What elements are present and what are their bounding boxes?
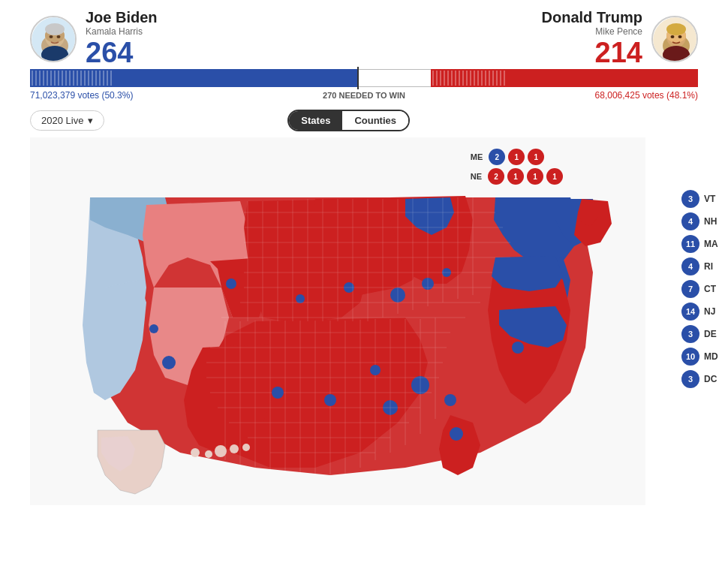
ne-red2-badge: 1 — [507, 168, 524, 185]
badge-abbr-ri: RI — [704, 261, 720, 272]
bar-red-segment — [431, 69, 698, 87]
trump-popular-votes: 68,006,425 votes (48.1%) — [595, 90, 698, 101]
ne-row: NE 2 1 1 1 — [471, 168, 563, 185]
svg-point-6 — [57, 35, 61, 38]
state-badge-vt: 3VT — [645, 190, 720, 208]
badge-num-nh: 4 — [681, 212, 699, 230]
me-red2-badge: 1 — [528, 149, 544, 165]
biden-popular-votes: 71,023,379 votes (50.3%) — [30, 90, 133, 101]
state-badge-nh: 4NH — [645, 212, 720, 230]
svg-point-83 — [205, 450, 212, 458]
state-badge-ct: 7CT — [645, 280, 720, 298]
trump-vp: Mike Pence — [542, 26, 642, 37]
badge-num-vt: 3 — [681, 190, 699, 208]
trump-avatar — [651, 16, 698, 62]
badge-num-md: 10 — [681, 348, 699, 366]
badge-abbr-dc: DC — [704, 374, 720, 384]
svg-point-84 — [215, 445, 227, 457]
svg-point-24 — [296, 294, 305, 303]
state-badge-md: 10MD — [645, 348, 720, 366]
electoral-bar-container: 71,023,379 votes (50.3%) 270 NEEDED TO W… — [0, 69, 728, 107]
dropdown-chevron-icon: ▾ — [88, 115, 93, 126]
badge-num-nj: 14 — [681, 303, 699, 321]
svg-point-12 — [666, 23, 686, 35]
badge-abbr-de: DE — [704, 329, 720, 339]
svg-point-78 — [370, 365, 381, 375]
toggle-states-btn[interactable]: States — [289, 111, 342, 130]
map-toggle-group: States Counties — [287, 110, 410, 131]
badge-abbr-nj: NJ — [704, 306, 720, 317]
state-badge-de: 3DE — [645, 325, 720, 343]
svg-point-13 — [671, 35, 675, 38]
badge-num-de: 3 — [681, 325, 699, 343]
svg-point-5 — [50, 35, 53, 38]
svg-point-25 — [226, 278, 236, 289]
svg-point-27 — [149, 324, 158, 333]
svg-point-18 — [444, 394, 456, 406]
svg-point-86 — [242, 444, 250, 451]
controls-row: 2020 Live ▾ States Counties — [0, 107, 728, 137]
me-label: ME — [471, 152, 483, 161]
badge-abbr-ct: CT — [704, 284, 720, 294]
ne-red1-badge: 2 — [488, 168, 504, 185]
270-marker — [357, 67, 359, 89]
svg-point-77 — [324, 394, 336, 406]
svg-point-76 — [272, 387, 284, 399]
state-badges-container: 3VT4NH11MA4RI7CT14NJ3DE10MD3DC — [645, 190, 720, 393]
state-badge-dc: 3DC — [645, 370, 720, 388]
ne-red4-badge: 1 — [546, 168, 563, 185]
state-badge-ma: 11MA — [645, 235, 720, 253]
electoral-bar — [30, 69, 698, 87]
badge-abbr-md: MD — [704, 351, 720, 362]
biden-candidate: Joe Biden Kamala Harris 264 — [30, 9, 158, 69]
svg-point-82 — [191, 448, 200, 457]
state-badge-ri: 4RI — [645, 257, 720, 275]
right-panel: 3VT4NH11MA4RI7CT14NJ3DE10MD3DC — [645, 137, 720, 505]
badge-abbr-ma: MA — [704, 239, 720, 249]
me-blue-badge: 2 — [489, 149, 505, 165]
svg-point-85 — [230, 444, 239, 453]
svg-point-26 — [162, 356, 176, 369]
bar-blue-segment — [30, 69, 357, 87]
map-container: ME 2 1 1 NE 2 1 — [30, 137, 645, 505]
header-row: Joe Biden Kamala Harris 264 Donald Trum — [0, 0, 728, 69]
state-badge-nj: 14NJ — [645, 303, 720, 321]
us-map-svg — [30, 137, 645, 505]
trump-name: Donald Trump — [542, 9, 642, 26]
badge-abbr-vt: VT — [704, 194, 720, 204]
trump-electoral: 214 — [542, 37, 642, 69]
bar-undecided-segment — [357, 69, 431, 87]
badge-num-ma: 11 — [681, 235, 699, 253]
trump-candidate: Donald Trump Mike Pence 214 — [542, 9, 698, 69]
biden-info: Joe Biden Kamala Harris 264 — [86, 9, 158, 69]
badge-num-ct: 7 — [681, 280, 699, 298]
me-red1-badge: 1 — [508, 149, 525, 165]
badge-abbr-nh: NH — [704, 216, 720, 227]
trump-info: Donald Trump Mike Pence 214 — [542, 9, 642, 69]
bar-subtitle-row: 71,023,379 votes (50.3%) 270 NEEDED TO W… — [30, 87, 698, 107]
dropdown-label: 2020 Live — [41, 115, 83, 126]
270-needed-label: 270 NEEDED TO WIN — [323, 91, 405, 100]
svg-point-79 — [450, 427, 463, 441]
badge-num-dc: 3 — [681, 370, 699, 388]
me-row: ME 2 1 1 — [471, 149, 563, 165]
ne-red3-badge: 1 — [527, 168, 543, 185]
svg-point-4 — [45, 23, 65, 35]
biden-name: Joe Biden — [86, 9, 158, 26]
main-content: ME 2 1 1 NE 2 1 — [0, 137, 728, 505]
ne-label: NE — [471, 172, 482, 181]
svg-point-14 — [678, 35, 682, 38]
me-ne-badges: ME 2 1 1 NE 2 1 — [471, 149, 563, 188]
biden-vp: Kamala Harris — [86, 26, 158, 37]
biden-avatar — [30, 16, 77, 62]
badge-num-ri: 4 — [681, 257, 699, 275]
svg-point-81 — [512, 342, 524, 354]
biden-electoral: 264 — [86, 37, 158, 69]
year-dropdown[interactable]: 2020 Live ▾ — [30, 110, 104, 131]
toggle-counties-btn[interactable]: Counties — [342, 111, 408, 130]
